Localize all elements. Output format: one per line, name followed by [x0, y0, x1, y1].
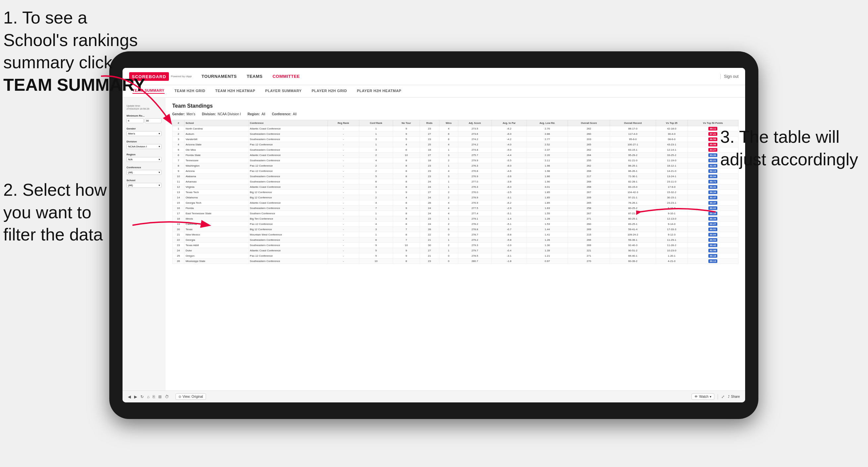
cell-school[interactable]: Mississippi State — [184, 259, 249, 264]
cell-school[interactable]: Alabama — [184, 174, 249, 179]
cell-avg-low: 1.44 — [527, 227, 568, 232]
cell-vs-top50: 80.18 — [687, 253, 738, 259]
clock-icon[interactable]: ⏱ — [165, 395, 169, 399]
region-select[interactable]: N/A ▾ — [126, 157, 162, 162]
cell-conf-rank: 2 — [359, 195, 393, 200]
cell-avg-par: -4.4 — [492, 153, 527, 158]
school-select[interactable]: (All) ▾ — [126, 183, 162, 188]
cell-school[interactable]: Georgia Tech — [184, 200, 249, 206]
refresh-icon[interactable]: ↻ — [141, 395, 144, 399]
next-icon[interactable]: ▶ — [134, 395, 137, 399]
cell-avg-par: -4.2 — [492, 137, 527, 142]
cell-avg-par: -2.9 — [492, 206, 527, 211]
cell-conference: Pac-12 Conference — [249, 253, 328, 259]
cell-no-tour: 8 — [393, 174, 420, 179]
cell-conference: Southeastern Conference — [249, 206, 328, 211]
sign-out-link[interactable]: Sign out — [724, 74, 739, 79]
nav-teams[interactable]: TEAMS — [247, 74, 262, 79]
score-badge: 80.54 — [708, 238, 717, 242]
cell-overall-record: 92-40-3 — [610, 243, 656, 248]
cell-no-tour: 8 — [393, 158, 420, 163]
prev-icon[interactable]: ◀ — [128, 395, 131, 399]
cell-adj-score: 279.1 — [458, 216, 492, 222]
cell-no-tour: 8 — [393, 216, 420, 222]
cell-adj-score: 274.2 — [458, 137, 492, 142]
nav-committee[interactable]: COMMITTEE — [273, 74, 300, 79]
cell-dash: - — [328, 131, 359, 137]
division-select[interactable]: NCAA Division I ▾ — [126, 144, 162, 149]
share-icon: ⤴ — [728, 395, 730, 399]
tab-player-summary[interactable]: PLAYER SUMMARY — [265, 89, 302, 93]
cell-dash: - — [328, 253, 359, 259]
cell-avg-low: 2.20 — [527, 153, 568, 158]
cell-overall-score: 203 — [568, 137, 610, 142]
cell-school[interactable]: Oregon — [184, 253, 249, 259]
cell-school[interactable]: Duke — [184, 248, 249, 253]
share-button[interactable]: ⤴ Share — [728, 395, 740, 399]
cell-avg-low: 1.86 — [527, 174, 568, 179]
cell-school[interactable]: North Carolina — [184, 126, 249, 131]
table-row: 7TennesseeSoutheastern Conference-481822… — [173, 158, 739, 163]
expand-icon[interactable]: ⤢ — [721, 395, 724, 399]
cell-no-tour: 9 — [393, 126, 420, 131]
cell-conf-rank: 4 — [359, 200, 393, 206]
gender-select[interactable]: Men's ▾ — [126, 131, 162, 136]
cell-dash: - — [328, 211, 359, 216]
cell-no-tour: 8 — [393, 200, 420, 206]
cell-rnds: 24 — [420, 179, 439, 185]
cell-rank: 6 — [173, 153, 184, 158]
cell-rnds: 23 — [420, 259, 439, 264]
cell-school[interactable]: Auburn — [184, 131, 249, 137]
cell-school[interactable]: Arizona — [184, 168, 249, 174]
filter-division: Division: NCAA Division I — [202, 112, 241, 116]
cell-school[interactable]: Florida — [184, 206, 249, 211]
table-row: 11ArkansasSoutheastern Conference-682412… — [173, 179, 739, 185]
cell-no-tour: 6 — [393, 147, 420, 153]
copy-icon[interactable]: ⎘ — [153, 395, 155, 399]
cell-adj-score: 275.7 — [458, 153, 492, 158]
cell-school[interactable]: Texas A&M — [184, 243, 249, 248]
cell-dash: - — [328, 200, 359, 206]
cell-avg-par: -4.6 — [492, 168, 527, 174]
grid-icon[interactable]: ⊞ — [158, 395, 162, 399]
cell-rnds: 24 — [420, 211, 439, 216]
cell-rnds: 27 — [420, 131, 439, 137]
cell-school[interactable]: Arizona State — [184, 142, 249, 147]
tab-team-h2h-heatmap[interactable]: TEAM H2H HEATMAP — [215, 89, 255, 93]
cell-adj-score: 280.7 — [458, 259, 492, 264]
cell-school[interactable]: Vanderbilt — [184, 137, 249, 142]
cell-avg-low: 2.52 — [527, 142, 568, 147]
cell-no-tour: 4 — [393, 195, 420, 200]
cell-school[interactable]: Texas Tech — [184, 190, 249, 195]
tab-player-h2h-heatmap[interactable]: PLAYER H2H HEATMAP — [357, 89, 401, 93]
score-badge: 82.21 — [708, 159, 717, 162]
table-row: 10AlabamaSoutheastern Conference-5823327… — [173, 174, 739, 179]
cell-overall-score: 221 — [568, 248, 610, 253]
cell-rank: 23 — [173, 243, 184, 248]
cell-school[interactable]: Ole Miss — [184, 147, 249, 153]
view-original-button[interactable]: ⊙ View: Original — [176, 394, 206, 400]
cell-school[interactable]: Florida State — [184, 153, 249, 158]
cell-vs-top25: 11-28-2 — [656, 243, 687, 248]
cell-school[interactable]: Virginia — [184, 185, 249, 190]
cell-adj-score: 278.8 — [458, 227, 492, 232]
nav-tournaments[interactable]: TOURNAMENTS — [202, 74, 237, 79]
cell-vs-top25: 30-4-0 — [656, 131, 687, 137]
cell-school[interactable]: Arkansas — [184, 179, 249, 185]
home-icon[interactable]: ⌂ — [147, 395, 149, 399]
tab-player-h2h-grid[interactable]: PLAYER H2H GRID — [312, 89, 347, 93]
cell-school[interactable]: Tennessee — [184, 158, 249, 163]
bottom-separator — [718, 394, 718, 399]
cell-avg-par: -1.8 — [492, 259, 527, 264]
cell-no-tour: 8 — [393, 211, 420, 216]
cell-vs-top25: 42-18-0 — [656, 126, 687, 131]
cell-avg-par: -5.1 — [492, 222, 527, 227]
cell-avg-par: -0.4 — [492, 248, 527, 253]
conference-select[interactable]: (All) ▾ — [126, 170, 162, 175]
cell-conference: Southeastern Conference — [249, 179, 328, 185]
cell-school[interactable]: Oklahoma — [184, 195, 249, 200]
cell-conference: Atlantic Coast Conference — [249, 153, 328, 158]
cell-conf-rank: 1 — [359, 232, 393, 238]
cell-school[interactable]: Washington — [184, 163, 249, 168]
watch-button[interactable]: 👁 Watch ▾ — [691, 394, 714, 400]
